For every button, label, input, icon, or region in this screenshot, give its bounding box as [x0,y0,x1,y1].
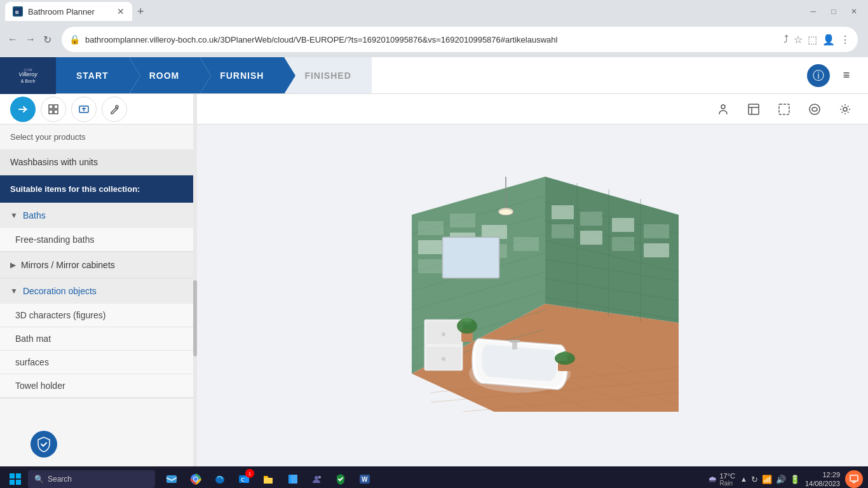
svg-rect-7 [49,110,53,114]
bath-mat-item[interactable]: Bath mat [0,327,196,351]
freestanding-baths-item[interactable]: Free-standing baths [0,228,196,252]
taskbar-app-chrome[interactable] [184,468,207,488]
new-tab-button[interactable]: + [132,5,149,18]
main-layout: Select your products Washbasins with uni… [0,94,868,466]
step-start[interactable]: START [56,57,129,93]
products-view-button[interactable] [41,97,66,122]
svg-rect-59 [644,224,669,238]
step-room-label: ROOM [149,71,180,81]
taskbar-clock[interactable]: 12:29 14/08/2023 [805,470,840,488]
address-bar[interactable]: 🔒 bathroomplanner.villeroy-boch.co.uk/3D… [62,27,858,52]
paint-button[interactable] [102,97,127,122]
person-view-button[interactable] [710,97,736,122]
taskbar-app-outlook[interactable]: O 1 [233,468,255,488]
svg-point-88 [194,477,198,481]
svg-point-68 [499,210,512,215]
frame-button[interactable] [771,97,797,122]
towel-holder-item[interactable]: Towel holder [0,374,196,398]
decoration-section-header[interactable]: ▼ Decoration objects [0,278,196,304]
svg-rect-56 [552,205,574,219]
windows-start-button[interactable] [5,469,25,488]
characters-item[interactable]: 3D characters (figures) [0,304,196,327]
svg-rect-83 [10,480,15,485]
decoration-chevron-icon: ▼ [10,287,18,295]
effects-button[interactable] [802,97,827,122]
sidebar-toggle-button[interactable]: ⬚ [808,34,817,46]
tab-close-button[interactable]: ✕ [117,6,125,17]
back-button[interactable]: ← [5,34,20,45]
taskbar-app-files[interactable] [281,468,304,488]
baths-chevron-icon: ▼ [10,211,18,220]
taskbar-app-antivirus[interactable] [329,468,352,488]
forward-button[interactable]: → [23,34,38,45]
mirrors-section: ▶ Mirrors / Mirror cabinets [0,252,196,278]
surfaces-item[interactable]: surfaces [0,351,196,374]
taskbar-app-teams[interactable] [305,468,328,488]
3d-view-button[interactable] [71,97,97,122]
svg-rect-12 [749,104,759,114]
svg-rect-60 [552,224,574,238]
info-button[interactable]: ⓘ [807,64,830,87]
step-start-label: START [76,71,109,81]
svg-rect-58 [612,218,634,232]
chevron-up-icon[interactable]: ▲ [740,475,747,483]
svg-rect-94 [291,475,297,484]
notification-center-button[interactable] [845,470,863,488]
mirrors-section-header[interactable]: ▶ Mirrors / Mirror cabinets [0,252,196,278]
svg-rect-61 [580,231,602,245]
svg-rect-82 [16,473,21,478]
baths-section-header[interactable]: ▼ Baths [0,203,196,228]
active-tab[interactable]: B Bathroom Planner ✕ [5,2,132,21]
washbasins-item[interactable]: Washbasins with units [0,149,196,175]
step-finished[interactable]: FINISHED [284,57,371,93]
step-furnish[interactable]: FURNISH [200,57,284,93]
taskbar-apps: O 1 W [160,468,376,488]
close-window-button[interactable]: ✕ [845,3,863,20]
clock-time: 12:29 [822,470,840,479]
svg-point-11 [721,105,725,109]
battery-icon: 🔋 [790,475,800,484]
weather-temp: 17°C [719,472,735,480]
taskbar-right: 🌧 17°C Rain ▲ ↻ 📶 🔊 🔋 12:29 14/08/2023 [708,470,863,488]
view-settings-button[interactable] [832,97,858,122]
view-toolbar [197,94,868,125]
outlook-badge: 1 [245,469,254,478]
svg-point-72 [442,332,445,336]
svg-point-96 [318,476,321,478]
taskbar-search-icon: 🔍 [34,475,44,484]
svg-point-16 [810,104,820,114]
weather-widget: 🌧 17°C Rain [708,472,735,487]
reload-button[interactable]: ↻ [41,34,54,46]
svg-text:Villeroy: Villeroy [18,71,37,78]
taskbar-search-label: Search [48,475,72,484]
minimize-button[interactable]: ─ [804,3,822,20]
lock-icon: 🔒 [69,34,80,44]
bath-mat-label: Bath mat [15,334,51,344]
extensions-button[interactable]: ⋮ [840,34,850,46]
characters-label: 3D characters (figures) [15,310,105,320]
baths-label: Baths [23,210,46,220]
taskbar-app-word[interactable]: W [353,468,376,488]
next-button[interactable] [10,97,36,122]
profile-button[interactable]: 👤 [822,34,835,46]
svg-rect-45 [513,237,539,251]
share-button[interactable]: ⤴ [783,34,789,45]
bookmark-button[interactable]: ☆ [794,34,803,46]
maximize-button[interactable]: □ [825,3,843,20]
svg-rect-39 [418,240,444,254]
taskbar-search-box[interactable]: 🔍 Search [28,470,155,488]
svg-rect-99 [850,475,858,481]
shield-badge [31,431,57,458]
step-furnish-label: FURNISH [220,71,264,81]
taskbar-app-courier[interactable] [160,468,183,488]
step-finished-label: FINISHED [304,71,351,81]
weather-condition: Rain [719,480,735,487]
sidebar-container: Select your products Washbasins with uni… [0,94,197,466]
suitable-label: Suitable items for this collection: [10,184,140,194]
3d-view-area [197,94,868,466]
taskbar-app-edge[interactable] [208,468,231,488]
taskbar-app-file-explorer[interactable] [257,468,280,488]
menu-button[interactable]: ≡ [835,64,858,87]
svg-rect-77 [512,342,517,349]
blueprint-button[interactable] [741,97,766,122]
